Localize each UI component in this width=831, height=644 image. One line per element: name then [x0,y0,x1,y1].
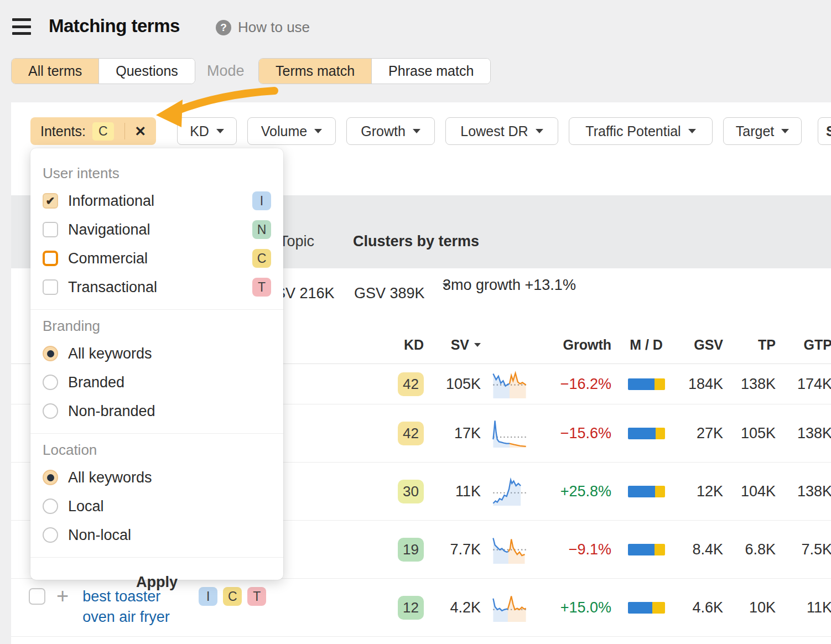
volume-filter-button[interactable]: Volume [247,117,336,145]
mobile-desktop-bar [628,428,665,439]
location-option-all-keywords[interactable]: All keywords [43,463,271,492]
mobile-desktop-bar [628,378,665,390]
sort-desc-icon [474,343,481,347]
divider [30,309,283,310]
trend-sparkline[interactable] [492,533,527,566]
clipped-filter-button[interactable]: S [818,117,831,145]
user-intents-title: User intents [43,165,271,182]
col-gtp[interactable]: GTP [785,337,831,353]
intent-badge-n: N [252,220,271,239]
kd-filter-button[interactable]: KD [177,117,237,145]
tab-all-terms[interactable]: All terms [12,59,98,84]
radio-icon[interactable] [43,375,58,390]
apply-button[interactable]: Apply [30,565,283,599]
radio-icon[interactable] [43,403,58,419]
gsv-cell: 27K [677,425,732,442]
radio-icon[interactable] [43,498,58,514]
gsv-cell: 184K [677,376,732,393]
checkbox-unchecked-icon[interactable] [43,222,58,237]
intents-filter-value: C [92,122,114,141]
intents-filter-pill[interactable]: Intents: C ✕ [30,117,156,145]
hamburger-menu-icon[interactable] [12,18,31,35]
branding-option-non-branded[interactable]: Non-branded [43,397,271,425]
page-title: Matching terms [49,15,180,37]
checkbox-checked-icon[interactable]: ✔ [43,193,58,209]
trend-sparkline[interactable] [492,591,527,624]
gtp-cell: 138K [785,425,831,442]
lowest-dr-filter-button[interactable]: Lowest DR [445,117,558,145]
branding-option-all-keywords[interactable]: All keywords [43,339,271,368]
chevron-down-icon [688,129,696,133]
trend-sparkline[interactable] [492,417,527,450]
kd-badge: 42 [398,372,424,396]
radio-selected-icon[interactable] [43,470,58,485]
help-icon[interactable]: ? [216,20,231,35]
tab-topic[interactable]: Topic [279,233,314,250]
trend-sparkline[interactable] [492,475,527,508]
gsv-cell: 12K [677,483,732,500]
gtp-cell: 138K [785,483,831,500]
location-option-non-local[interactable]: Non-local [43,521,271,549]
intents-filter-label: Intents: [40,123,86,139]
traffic-potential-filter-button[interactable]: Traffic Potential [569,117,713,145]
location-title: Location [43,442,271,459]
branding-option-branded[interactable]: Branded [43,368,271,397]
growth-cell: +15.0% [536,599,616,616]
sv-cell: 4.2K [425,599,483,616]
target-filter-button[interactable]: Target [723,117,802,145]
col-tp[interactable]: TP [732,337,785,353]
chevron-down-icon [413,129,420,133]
sv-cell: 7.7K [425,541,483,558]
kd-cell: 42 [398,422,425,445]
intents-dropdown: User intents ✔ Informational I Navigatio… [30,148,283,580]
radio-selected-icon[interactable] [43,346,58,361]
summary-sv: SV 216K [276,285,335,302]
radio-icon[interactable] [43,527,58,543]
how-to-use-label: How to use [238,19,310,36]
intent-badge-t: T [252,278,271,297]
summary-gsv: GSV 389K [354,285,425,302]
col-md[interactable]: M / D [616,337,677,353]
col-kd[interactable]: KD [365,337,425,353]
col-sv-sorted[interactable]: SV [425,337,483,353]
location-option-local[interactable]: Local [43,492,271,521]
intent-option-navigational[interactable]: Navigational N [43,215,271,244]
how-to-use[interactable]: ? How to use [216,19,310,36]
branding-title: Branding [43,318,271,335]
pill-divider [124,123,126,139]
chevron-down-icon [536,129,543,133]
divider [30,557,283,558]
mobile-desktop-bar [628,544,665,555]
scope-tab-group: All terms Questions [11,58,195,84]
mobile-desktop-bar [628,486,665,497]
clear-intents-icon[interactable]: ✕ [134,123,146,139]
col-gsv[interactable]: GSV [677,337,732,353]
checkbox-unchecked-icon[interactable] [43,279,58,295]
growth-cell: −15.6% [536,425,616,442]
intent-option-informational[interactable]: ✔ Informational I [43,186,271,215]
growth-cell: −9.1% [536,541,616,558]
intent-option-transactional[interactable]: Transactional T [43,273,271,302]
growth-filter-button[interactable]: Growth [346,117,435,145]
checkbox-highlighted-icon[interactable] [43,251,58,266]
intent-option-commercial[interactable]: Commercial C [43,244,271,273]
kd-cell: 42 [398,372,425,396]
gsv-cell: 4.6K [677,599,732,616]
tp-cell: 10K [732,599,785,616]
col-growth[interactable]: Growth [536,337,616,353]
tab-terms-match[interactable]: Terms match [259,59,371,84]
mobile-desktop-bar [628,602,665,614]
growth-cell: −16.2% [536,376,616,393]
tab-clusters-by-terms[interactable]: Clusters by terms [353,233,479,250]
intent-badge-i: I [252,191,271,210]
trend-sparkline[interactable] [492,368,527,401]
intent-badge-c: C [252,249,271,268]
mode-label: Mode [207,63,245,80]
chevron-down-icon [781,129,789,133]
tab-questions[interactable]: Questions [98,59,195,84]
divider [30,433,283,434]
sv-cell: 17K [425,425,483,442]
tp-cell: 104K [732,483,785,500]
tab-phrase-match[interactable]: Phrase match [371,59,490,84]
kd-badge: 30 [398,480,424,503]
